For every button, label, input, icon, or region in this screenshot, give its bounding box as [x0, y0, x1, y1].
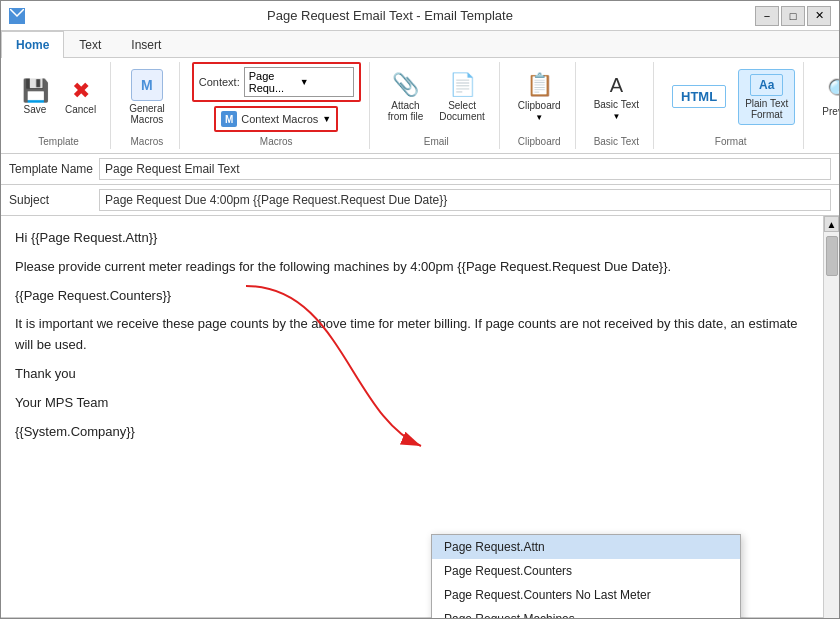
vertical-scrollbar[interactable]: ▲ — [823, 216, 839, 618]
plain-text-label: Plain TextFormat — [745, 98, 788, 120]
main-window: Page Request Email Text - Email Template… — [0, 0, 840, 619]
clipboard-icon: 📋 — [526, 72, 553, 98]
context-macros-dropdown: Page Request.Attn Page Request.Counters … — [431, 534, 741, 618]
tab-insert[interactable]: Insert — [116, 31, 176, 58]
general-macros-group-label: Macros — [131, 136, 164, 149]
save-button[interactable]: 💾 Save — [15, 76, 55, 119]
basic-text-label: Basic Text — [594, 99, 639, 110]
clipboard-group-label: Clipboard — [518, 136, 561, 149]
basic-text-icon: A — [610, 74, 623, 97]
ribbon-tabs: Home Text Insert — [1, 31, 839, 58]
cancel-icon: ✖ — [72, 80, 90, 102]
context-dropdown-arrow: ▼ — [300, 77, 349, 87]
macros-group-label: Macros — [260, 136, 293, 149]
body-line-4: It is important we receive these page co… — [15, 314, 809, 356]
body-line-3: {{Page Request.Counters}} — [15, 286, 809, 307]
general-macros-icon: M — [131, 69, 163, 101]
preview-label: Preview — [822, 106, 840, 117]
close-button[interactable]: ✕ — [807, 6, 831, 26]
html-icon: HTML — [672, 85, 726, 108]
cancel-button[interactable]: ✖ Cancel — [59, 76, 102, 119]
window-title: Page Request Email Text - Email Template — [25, 8, 755, 23]
ribbon-group-general-macros: M GeneralMacros Macros — [115, 62, 180, 149]
ribbon-group-clipboard: 📋 Clipboard ▼ Clipboard — [504, 62, 576, 149]
body-line-7: {{System.Company}} — [15, 422, 809, 443]
clipboard-label: Clipboard — [518, 100, 561, 111]
dropdown-item-attn[interactable]: Page Request.Attn — [432, 535, 740, 559]
cancel-label: Cancel — [65, 104, 96, 115]
context-dropdown[interactable]: Page Requ... ▼ — [244, 67, 354, 97]
template-name-input[interactable] — [99, 158, 831, 180]
clipboard-button[interactable]: 📋 Clipboard ▼ — [512, 68, 567, 126]
body-line-2: Please provide current meter readings fo… — [15, 257, 809, 278]
select-document-button[interactable]: 📄 SelectDocument — [433, 68, 491, 126]
template-group-label: Template — [38, 136, 79, 149]
html-button[interactable]: HTML — [666, 81, 732, 114]
scroll-up-arrow[interactable]: ▲ — [824, 216, 839, 232]
dropdown-item-machines[interactable]: Page Request.Machines — [432, 607, 740, 618]
context-macros-label: Context Macros — [241, 113, 318, 125]
subject-row: Subject — [1, 185, 839, 216]
tab-text[interactable]: Text — [64, 31, 116, 58]
maximize-button[interactable]: □ — [781, 6, 805, 26]
context-macros-icon: M — [221, 111, 237, 127]
context-macros-arrow: ▼ — [322, 114, 331, 124]
subject-input[interactable] — [99, 189, 831, 211]
subject-label: Subject — [9, 193, 99, 207]
basic-text-arrow: ▼ — [612, 112, 620, 121]
save-icon: 💾 — [22, 80, 49, 102]
select-doc-label: SelectDocument — [439, 100, 485, 122]
app-icon — [9, 8, 25, 24]
ribbon-group-email: 📎 Attachfrom file 📄 SelectDocument Email — [374, 62, 500, 149]
format-group-label: Format — [715, 136, 747, 149]
title-bar-left — [9, 8, 25, 24]
minimize-button[interactable]: − — [755, 6, 779, 26]
attach-from-file-button[interactable]: 📎 Attachfrom file — [382, 68, 430, 126]
context-selector-container: Context: Page Requ... ▼ — [192, 62, 361, 102]
ribbon-group-basic-text: A Basic Text ▼ Basic Text — [580, 62, 654, 149]
plain-text-icon: Aa — [750, 74, 783, 96]
tab-home[interactable]: Home — [1, 31, 64, 58]
basic-text-button[interactable]: A Basic Text ▼ — [588, 70, 645, 125]
attach-label: Attachfrom file — [388, 100, 424, 122]
window-controls: − □ ✕ — [755, 6, 831, 26]
title-bar: Page Request Email Text - Email Template… — [1, 1, 839, 31]
ribbon-group-template: 💾 Save ✖ Cancel Template — [7, 62, 111, 149]
ribbon-group-print: 🔍 Preview 🖨 Print Print — [808, 62, 840, 149]
template-name-row: Template Name — [1, 154, 839, 185]
ribbon-group-macros: Context: Page Requ... ▼ M Context Macros… — [184, 62, 370, 149]
ribbon-group-format: HTML Aa Plain TextFormat Format — [658, 62, 804, 149]
attach-icon: 📎 — [392, 72, 419, 98]
context-value: Page Requ... — [249, 70, 298, 94]
template-name-label: Template Name — [9, 162, 99, 176]
basic-text-group-label: Basic Text — [594, 136, 639, 149]
preview-icon: 🔍 — [827, 78, 840, 104]
body-line-1: Hi {{Page Request.Attn}} — [15, 228, 809, 249]
form-area: Template Name Subject — [1, 154, 839, 216]
context-macros-container: M Context Macros ▼ — [214, 106, 338, 132]
main-area: Hi {{Page Request.Attn}} Please provide … — [1, 216, 839, 618]
preview-button[interactable]: 🔍 Preview — [816, 74, 840, 121]
ribbon-content: 💾 Save ✖ Cancel Template M GeneralMacros — [1, 58, 839, 154]
email-group-label: Email — [424, 136, 449, 149]
body-line-6: Your MPS Team — [15, 393, 809, 414]
dropdown-item-counters[interactable]: Page Request.Counters — [432, 559, 740, 583]
save-label: Save — [24, 104, 47, 115]
plain-text-button[interactable]: Aa Plain TextFormat — [738, 69, 795, 125]
select-doc-icon: 📄 — [449, 72, 476, 98]
general-macros-button[interactable]: M GeneralMacros — [123, 65, 171, 129]
clipboard-dropdown-arrow: ▼ — [535, 113, 543, 122]
scroll-thumb[interactable] — [826, 236, 838, 276]
context-label: Context: — [199, 76, 240, 88]
body-line-5: Thank you — [15, 364, 809, 385]
dropdown-item-counters-no-last[interactable]: Page Request.Counters No Last Meter — [432, 583, 740, 607]
